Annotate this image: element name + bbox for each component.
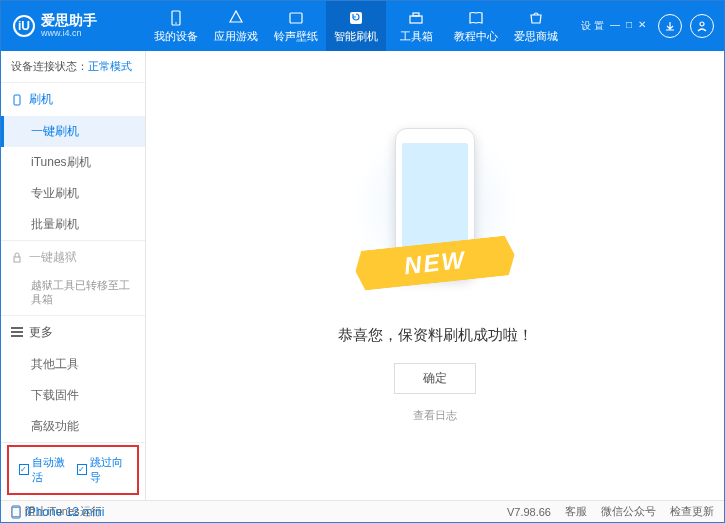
nav-tutorials[interactable]: 教程中心 [446, 1, 506, 51]
sidebar-item-other-tools[interactable]: 其他工具 [1, 349, 145, 380]
minimize-button[interactable]: — [610, 19, 620, 33]
phone-icon [167, 9, 185, 27]
logo-icon: iU [13, 15, 35, 37]
sidebar-item-batch-flash[interactable]: 批量刷机 [1, 209, 145, 240]
wallpaper-icon [287, 9, 305, 27]
sidebar: 设备连接状态：正常模式 刷机 一键刷机 iTunes刷机 专业刷机 批量刷机 一… [1, 51, 146, 500]
version-label: V7.98.66 [507, 506, 551, 518]
hamburger-icon [11, 327, 23, 337]
nav-toolbox[interactable]: 工具箱 [386, 1, 446, 51]
logo-area: iU 爱思助手 www.i4.cn [1, 13, 146, 38]
user-button[interactable] [690, 14, 714, 38]
nav-apps[interactable]: 应用游戏 [206, 1, 266, 51]
user-icon [696, 20, 708, 32]
window-controls: 设 置 — □ ✕ [581, 19, 646, 33]
main-content: NEW 恭喜您，保资料刷机成功啦！ 确定 查看日志 [146, 51, 724, 500]
sidebar-item-advanced[interactable]: 高级功能 [1, 411, 145, 442]
customer-service-link[interactable]: 客服 [565, 504, 587, 519]
sidebar-item-itunes-flash[interactable]: iTunes刷机 [1, 147, 145, 178]
svg-rect-7 [14, 95, 20, 105]
main-nav: 我的设备 应用游戏 铃声壁纸 智能刷机 工具箱 教程中心 爱思商城 [146, 1, 581, 51]
success-message: 恭喜您，保资料刷机成功啦！ [338, 326, 533, 345]
phone-small-icon [11, 94, 23, 106]
download-icon [664, 20, 676, 32]
jailbreak-note: 越狱工具已转移至工具箱 [1, 274, 145, 315]
sidebar-jailbreak-header: 一键越狱 [1, 241, 145, 274]
new-banner: NEW [353, 235, 516, 292]
apps-icon [227, 9, 245, 27]
block-itunes-checkbox[interactable]: 阻止iTunes运行 [11, 504, 102, 519]
close-button[interactable]: ✕ [638, 19, 646, 33]
svg-rect-4 [410, 16, 422, 23]
svg-point-1 [175, 22, 177, 24]
book-icon [467, 9, 485, 27]
nav-ringtones[interactable]: 铃声壁纸 [266, 1, 326, 51]
nav-flash[interactable]: 智能刷机 [326, 1, 386, 51]
skip-guide-checkbox[interactable]: ✓跳过向导 [77, 455, 127, 485]
option-checkboxes: ✓自动激活 ✓跳过向导 [7, 445, 139, 495]
sidebar-flash-header[interactable]: 刷机 [1, 83, 145, 116]
svg-rect-8 [14, 257, 20, 262]
nav-my-device[interactable]: 我的设备 [146, 1, 206, 51]
nav-store[interactable]: 爱思商城 [506, 1, 566, 51]
toolbox-icon [407, 9, 425, 27]
svg-rect-2 [290, 13, 302, 23]
download-button[interactable] [658, 14, 682, 38]
refresh-icon [347, 9, 365, 27]
maximize-button[interactable]: □ [626, 19, 632, 33]
connection-status: 设备连接状态：正常模式 [1, 51, 145, 83]
ok-button[interactable]: 确定 [394, 363, 476, 394]
title-right: 设 置 — □ ✕ [581, 14, 724, 38]
view-log-link[interactable]: 查看日志 [413, 408, 457, 423]
sidebar-more-header[interactable]: 更多 [1, 316, 145, 349]
sidebar-item-download-firmware[interactable]: 下载固件 [1, 380, 145, 411]
settings-text-button[interactable]: 设 置 [581, 19, 604, 33]
lock-icon [11, 252, 23, 264]
store-icon [527, 9, 545, 27]
app-url: www.i4.cn [41, 29, 97, 39]
phone-illustration: NEW [365, 128, 505, 308]
wechat-link[interactable]: 微信公众号 [601, 504, 656, 519]
app-name: 爱思助手 [41, 13, 97, 28]
svg-rect-5 [413, 13, 419, 16]
check-update-link[interactable]: 检查更新 [670, 504, 714, 519]
titlebar: iU 爱思助手 www.i4.cn 我的设备 应用游戏 铃声壁纸 智能刷机 工具… [1, 1, 724, 51]
sidebar-item-oneclick-flash[interactable]: 一键刷机 [1, 116, 145, 147]
sidebar-item-pro-flash[interactable]: 专业刷机 [1, 178, 145, 209]
svg-point-6 [700, 22, 704, 26]
auto-activate-checkbox[interactable]: ✓自动激活 [19, 455, 69, 485]
